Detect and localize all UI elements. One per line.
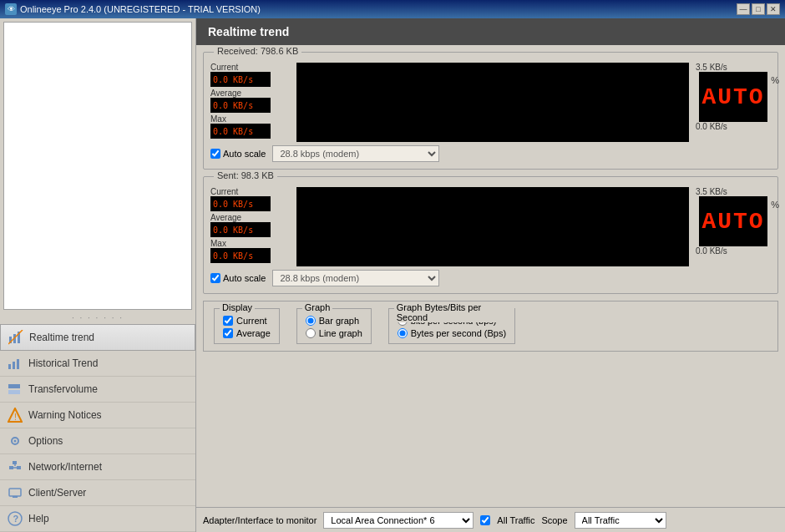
all-traffic-label: All Traffic bbox=[497, 515, 534, 525]
sent-average-row: Average 0.0 KB/s bbox=[210, 213, 290, 237]
received-autoscale-label: Auto scale bbox=[223, 149, 266, 159]
graph-group-inner: Bar graph Line graph bbox=[306, 316, 362, 338]
received-gauge-percent: % bbox=[771, 75, 779, 85]
sent-gauge-display: AUTO bbox=[699, 196, 767, 246]
minimize-button[interactable]: — bbox=[737, 3, 750, 15]
received-current-label: Current bbox=[210, 63, 290, 72]
sidebar-item-historical[interactable]: Historical Trend bbox=[0, 351, 195, 377]
sent-gauge-text: AUTO bbox=[701, 209, 764, 235]
maximize-button[interactable]: □ bbox=[752, 3, 765, 15]
received-panel-inner: Current 0.0 KB/s Average 0.0 KB/s Max 0.… bbox=[210, 63, 771, 142]
app-icon: 👁 bbox=[5, 3, 17, 15]
scope-label: Scope bbox=[541, 515, 567, 525]
sent-speed-select[interactable]: 28.8 kbps (modem) bbox=[272, 270, 439, 286]
sidebar-label-transfer: Transfervolume bbox=[28, 383, 98, 395]
display-current-checkbox[interactable] bbox=[223, 316, 233, 326]
sidebar-item-client[interactable]: Client/Server bbox=[0, 480, 195, 506]
sent-footer: Auto scale 28.8 kbps (modem) bbox=[210, 270, 771, 286]
sidebar-item-transfer[interactable]: Transfervolume bbox=[0, 377, 195, 403]
display-average-label: Average bbox=[236, 328, 271, 338]
sidebar-item-options[interactable]: Options bbox=[0, 428, 195, 454]
sidebar-label-options: Options bbox=[28, 435, 63, 447]
svg-rect-8 bbox=[8, 390, 20, 394]
received-panel-title: Received: 798.6 KB bbox=[214, 46, 301, 56]
bytes-group: Graph Bytes/Bits per Second bits per sec… bbox=[388, 308, 515, 344]
sent-gauge-col: 3.5 KB/s AUTO % 0.0 KB/s bbox=[696, 187, 771, 256]
sidebar-label-client: Client/Server bbox=[28, 487, 86, 499]
chart-icon bbox=[8, 329, 24, 346]
transfer-icon bbox=[7, 381, 23, 398]
sent-panel-inner: Current 0.0 KB/s Average 0.0 KB/s Max 0.… bbox=[210, 187, 771, 266]
history-icon bbox=[7, 355, 23, 372]
sidebar-item-warning[interactable]: ! Warning Notices bbox=[0, 403, 195, 428]
sent-gauge-top: 3.5 KB/s bbox=[696, 187, 727, 196]
sent-max-row: Max 0.0 KB/s bbox=[210, 239, 290, 263]
sidebar-item-realtime[interactable]: Realtime trend bbox=[0, 324, 195, 351]
received-metrics: Current 0.0 KB/s Average 0.0 KB/s Max 0.… bbox=[210, 63, 290, 139]
received-max-label: Max bbox=[210, 114, 290, 124]
received-autoscale-checkbox[interactable] bbox=[210, 149, 220, 159]
bytes-group-title: Graph Bytes/Bits per Second bbox=[394, 302, 514, 322]
display-group: Display Current Average bbox=[214, 308, 280, 344]
received-gauge-bottom: 0.0 KB/s bbox=[696, 122, 727, 131]
received-autoscale-row: Auto scale bbox=[210, 149, 266, 159]
client-icon bbox=[7, 484, 23, 501]
received-average-label: Average bbox=[210, 89, 290, 98]
svg-rect-16 bbox=[13, 461, 17, 464]
display-current-label: Current bbox=[236, 316, 267, 326]
title-bar-buttons: — □ ✕ bbox=[737, 3, 780, 15]
received-footer: Auto scale 28.8 kbps (modem) bbox=[210, 145, 771, 162]
graph-bar-label: Bar graph bbox=[319, 316, 359, 326]
received-speed-select[interactable]: 28.8 kbps (modem) bbox=[272, 145, 439, 162]
bytes-Bps-radio[interactable] bbox=[398, 328, 408, 338]
sent-autoscale-label: Auto scale bbox=[223, 273, 266, 283]
svg-rect-13 bbox=[9, 466, 13, 469]
sidebar: · · · · · · · Realtime trend Historical … bbox=[0, 18, 196, 532]
sent-autoscale-checkbox[interactable] bbox=[210, 273, 220, 283]
sent-current-row: Current 0.0 KB/s bbox=[210, 187, 290, 211]
received-graph bbox=[296, 63, 689, 142]
sent-metrics: Current 0.0 KB/s Average 0.0 KB/s Max 0.… bbox=[210, 187, 290, 263]
app-title: Onlineeye Pro 2.4.0 (UNREGISTERED - TRIA… bbox=[20, 4, 261, 14]
close-button[interactable]: ✕ bbox=[767, 3, 780, 15]
sidebar-label-network: Network/Internet bbox=[28, 461, 102, 473]
adapter-label: Adapter/Interface to monitor bbox=[203, 515, 317, 525]
svg-rect-14 bbox=[17, 466, 21, 469]
network-icon bbox=[7, 459, 23, 475]
graph-group: Graph Bar graph Line graph bbox=[296, 308, 372, 344]
received-panel: Received: 798.6 KB Current 0.0 KB/s Aver… bbox=[203, 52, 778, 170]
sent-panel-title: Sent: 98.3 KB bbox=[214, 170, 277, 180]
graph-group-title: Graph bbox=[302, 302, 333, 312]
graph-line-label: Line graph bbox=[319, 328, 362, 338]
content-inner: Received: 798.6 KB Current 0.0 KB/s Aver… bbox=[196, 45, 785, 507]
received-current-row: Current 0.0 KB/s bbox=[210, 63, 290, 87]
title-bar: 👁 Onlineeye Pro 2.4.0 (UNREGISTERED - TR… bbox=[0, 0, 785, 18]
title-bar-left: 👁 Onlineeye Pro 2.4.0 (UNREGISTERED - TR… bbox=[5, 3, 261, 15]
received-graph-canvas bbox=[296, 63, 689, 142]
svg-rect-19 bbox=[13, 496, 18, 498]
all-traffic-checkbox[interactable] bbox=[480, 515, 490, 525]
sent-current-label: Current bbox=[210, 187, 290, 196]
sidebar-item-network[interactable]: Network/Internet bbox=[0, 454, 195, 480]
svg-text:!: ! bbox=[14, 413, 17, 422]
sent-max-value: 0.0 KB/s bbox=[210, 248, 271, 263]
graph-line-radio[interactable] bbox=[306, 328, 316, 338]
graph-bar-radio[interactable] bbox=[306, 316, 316, 326]
sidebar-item-help[interactable]: ? Help bbox=[0, 506, 195, 532]
received-gauge-text: AUTO bbox=[701, 84, 764, 110]
adapter-select[interactable]: Local Area Connection* 6 bbox=[323, 512, 474, 529]
page-title: Realtime trend bbox=[196, 18, 785, 45]
sent-autoscale-row: Auto scale bbox=[210, 273, 266, 283]
svg-text:?: ? bbox=[13, 514, 19, 524]
sidebar-dots: · · · · · · · bbox=[0, 312, 195, 324]
display-group-inner: Current Average bbox=[223, 316, 271, 338]
options-icon bbox=[7, 433, 23, 449]
sent-graph bbox=[296, 187, 689, 266]
scope-select[interactable]: All Traffic bbox=[575, 512, 666, 529]
sent-panel: Sent: 98.3 KB Current 0.0 KB/s Average 0… bbox=[203, 176, 778, 294]
display-average-checkbox[interactable] bbox=[223, 328, 233, 338]
svg-rect-7 bbox=[8, 384, 20, 388]
received-gauge-top: 3.5 KB/s bbox=[696, 63, 727, 72]
options-bar: Display Current Average Graph bbox=[203, 301, 778, 352]
received-average-row: Average 0.0 KB/s bbox=[210, 89, 290, 113]
